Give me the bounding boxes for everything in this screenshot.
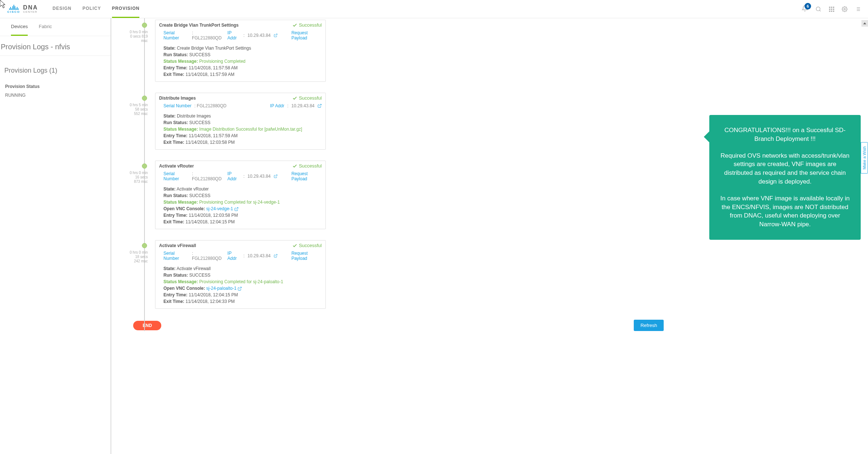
svg-rect-6 <box>831 8 832 9</box>
state-value: Distribute Images <box>177 114 211 119</box>
step-card: Activate vFirewall Successful Serial Num… <box>155 240 326 309</box>
run-value: SUCCESS <box>189 120 211 125</box>
vnc-label: Open VNC Console: <box>163 286 205 291</box>
svg-line-19 <box>319 104 321 107</box>
step-card: Activate vRouter Successful Serial Numbe… <box>155 161 326 229</box>
svg-rect-9 <box>831 11 832 12</box>
colon: : <box>243 174 244 179</box>
tab-devices[interactable]: Devices <box>11 18 28 36</box>
exit-value: 11/14/2018, 12:04:15 PM <box>185 219 235 224</box>
svg-rect-3 <box>831 7 832 8</box>
svg-point-0 <box>816 7 820 11</box>
state-value: Activate vFirewall <box>177 266 211 271</box>
serial-value: : FGL212880QD <box>192 30 221 41</box>
check-icon <box>292 163 297 169</box>
apps-grid-icon[interactable] <box>829 6 834 12</box>
svg-rect-10 <box>833 11 834 12</box>
state-label: State: <box>163 46 175 51</box>
vnc-label: Open VNC Console: <box>163 206 205 211</box>
vnc-link[interactable]: sj-24-paloalto-1 <box>206 286 236 291</box>
entry-value: 11/14/2018, 11:57:59 AM <box>189 133 238 138</box>
status-badge: Successful <box>292 243 322 248</box>
refresh-button[interactable]: Refresh <box>634 320 664 331</box>
nav-policy[interactable]: POLICY <box>82 0 101 18</box>
vnc-link[interactable]: sj-24-vedge-1 <box>206 206 233 211</box>
svg-line-1 <box>819 10 821 11</box>
step-timing: 0 hrs 5 min58 secs552 msc <box>113 103 148 116</box>
external-link-icon[interactable] <box>274 174 278 178</box>
msg-value: Provisioning Completed for sj-24-vedge-1 <box>199 200 280 205</box>
step-timing: 0 hrs 0 min0 secs 819msc <box>113 30 148 43</box>
notifications-button[interactable]: 6 <box>802 5 808 13</box>
state-value: Activate vRouter <box>177 186 209 192</box>
msg-label: Status Message: <box>163 200 198 205</box>
entry-label: Entry Time: <box>163 65 188 70</box>
msg-label: Status Message: <box>163 127 198 132</box>
external-link-icon[interactable] <box>317 104 322 108</box>
step-timing: 0 hrs 0 min16 secs873 msc <box>113 171 148 184</box>
step-card: Create Bridge Vlan TrunkPort Settings Su… <box>155 20 326 82</box>
colon: : <box>243 33 244 38</box>
dna-label: DNA <box>23 5 38 11</box>
entry-label: Entry Time: <box>163 292 188 297</box>
cisco-logo-icon: CISCO <box>7 5 20 14</box>
end-button[interactable]: END <box>133 321 161 330</box>
nav-provision[interactable]: PROVISION <box>112 0 140 18</box>
request-payload-link[interactable]: Request Payload <box>292 30 322 41</box>
info-callout: CONGRATULATIONS!!! on a Succesful SD-Bra… <box>709 115 861 240</box>
exit-label: Exit Time: <box>163 140 184 145</box>
external-link-icon[interactable] <box>238 286 242 291</box>
run-label: Run Status: <box>163 120 188 125</box>
external-link-icon[interactable] <box>274 254 278 258</box>
run-label: Run Status: <box>163 52 188 57</box>
external-link-icon[interactable] <box>274 33 278 38</box>
ipaddr-value: 10.29.43.84 <box>247 253 270 258</box>
entry-value: 11/14/2018, 11:57:58 AM <box>189 65 238 70</box>
serial-value: : FGL212880QD <box>192 251 221 261</box>
serial-label: Serial Number <box>163 30 189 41</box>
colon: : <box>287 103 288 108</box>
run-label: Run Status: <box>163 273 188 278</box>
timeline-step: 0 hrs 0 min0 secs 819msc Create Bridge V… <box>133 20 868 82</box>
run-label: Run Status: <box>163 193 188 198</box>
make-a-wish-button[interactable]: Make a Wish <box>861 142 868 174</box>
sidebar: Devices Fabric Provision Logs - nfvis Pr… <box>0 18 111 454</box>
step-title: Create Bridge Vlan TrunkPort Settings <box>159 23 292 28</box>
brand-logo[interactable]: CISCO DNA CENTER <box>7 5 38 14</box>
external-link-icon[interactable] <box>234 207 239 211</box>
request-payload-link[interactable]: Request Payload <box>292 251 322 261</box>
request-payload-link[interactable]: Request Payload <box>292 171 322 181</box>
entry-label: Entry Time: <box>163 133 188 138</box>
state-label: State: <box>163 186 175 192</box>
colon: : <box>243 253 244 258</box>
page-title: Provision Logs - nfvis <box>0 36 111 56</box>
scroll-up-button[interactable] <box>861 20 868 27</box>
state-label: State: <box>163 266 175 271</box>
gear-icon[interactable] <box>842 6 848 12</box>
svg-line-21 <box>236 207 238 209</box>
exit-label: Exit Time: <box>163 299 184 304</box>
state-label: State: <box>163 114 175 119</box>
svg-line-22 <box>275 254 277 256</box>
center-label: CENTER <box>23 11 38 14</box>
nav-design[interactable]: DESIGN <box>53 0 72 18</box>
serial-value: : FGL212880QD <box>192 171 221 181</box>
msg-value: Provisioning Completed for sj-24-paloalt… <box>199 279 283 284</box>
callout-p1: CONGRATULATIONS!!! on a Succesful SD-Bra… <box>720 126 850 143</box>
status-text: Successful <box>299 163 322 169</box>
tab-fabric[interactable]: Fabric <box>39 18 52 36</box>
svg-rect-7 <box>833 8 834 9</box>
status-text: Successful <box>299 95 322 101</box>
list-icon[interactable] <box>855 6 861 12</box>
exit-label: Exit Time: <box>163 219 184 224</box>
exit-label: Exit Time: <box>163 72 184 77</box>
serial-value: : FGL212880QD <box>194 103 227 108</box>
main-nav: DESIGN POLICY PROVISION <box>53 0 139 18</box>
step-title: Distribute Images <box>159 96 292 101</box>
timeline-dot-icon <box>142 23 147 28</box>
search-icon[interactable] <box>815 6 821 12</box>
svg-rect-2 <box>829 7 830 8</box>
exit-value: 11/14/2018, 12:03:58 PM <box>185 140 235 145</box>
step-title: Activate vRouter <box>159 163 292 169</box>
step-timing: 0 hrs 0 min18 secs242 msc <box>113 250 148 263</box>
